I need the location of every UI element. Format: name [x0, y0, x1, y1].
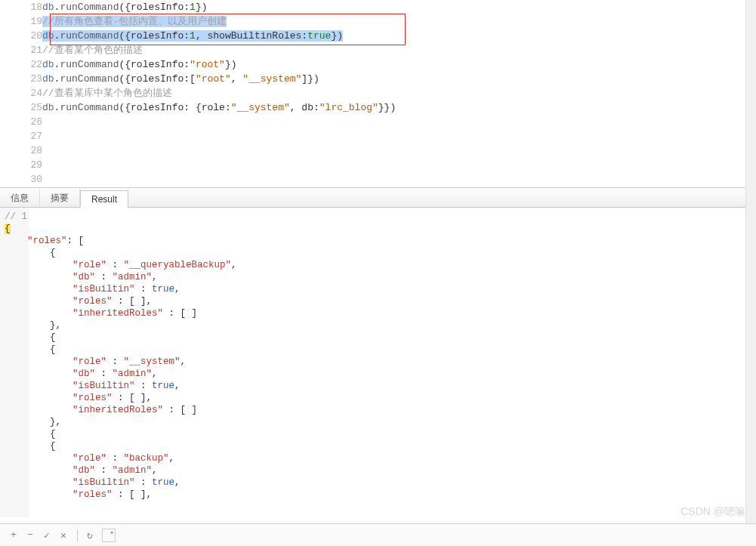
- code-line[interactable]: [42, 115, 756, 129]
- line-number: 28: [0, 143, 42, 158]
- minus-icon[interactable]: −: [23, 528, 38, 543]
- scrollbar-vertical[interactable]: [745, 0, 756, 523]
- watermark: CSDN @嗯嘛: [680, 505, 745, 519]
- line-number: 20: [0, 29, 42, 43]
- check-icon[interactable]: ✓: [39, 528, 54, 543]
- status-bar: + − ✓ ✕ ↻: [0, 523, 756, 546]
- code-line[interactable]: [42, 129, 756, 143]
- line-number: 22: [0, 57, 42, 72]
- result-pane[interactable]: // 1 { "roles": [ { "role" : "__queryabl…: [0, 208, 756, 517]
- plus-icon[interactable]: +: [6, 528, 21, 543]
- code-line[interactable]: [42, 158, 756, 172]
- line-number: 19: [0, 14, 42, 29]
- code-line[interactable]: db.runCommand({rolesInfo:1, showBuiltinR…: [42, 29, 756, 43]
- close-icon[interactable]: ✕: [56, 528, 71, 543]
- code-line[interactable]: //查看某库中某个角色的描述: [42, 86, 756, 100]
- line-number: 24: [0, 86, 42, 100]
- code-line[interactable]: [42, 172, 756, 187]
- separator: [77, 529, 78, 541]
- code-line[interactable]: db.runCommand({rolesInfo:"root"}): [42, 57, 756, 72]
- dropdown-toggle[interactable]: [102, 529, 116, 542]
- line-number: 25: [0, 100, 42, 115]
- code-editor-pane[interactable]: 18db.runCommand({rolesInfo:1})19//所有角色查看…: [0, 0, 756, 188]
- result-content: // 1 { "roles": [ { "role" : "__queryabl…: [5, 211, 756, 501]
- line-number: 23: [0, 72, 42, 86]
- refresh-icon[interactable]: ↻: [82, 528, 97, 543]
- result-tabs-bar: 信息摘要Result: [0, 188, 756, 208]
- tab-摘要[interactable]: 摘要: [40, 189, 80, 207]
- code-line[interactable]: db.runCommand({rolesInfo:1}): [42, 0, 756, 14]
- tab-信息[interactable]: 信息: [0, 189, 40, 207]
- line-number: 26: [0, 115, 42, 129]
- tab-result[interactable]: Result: [80, 190, 128, 208]
- line-number: 18: [0, 0, 42, 14]
- line-number: 21: [0, 43, 42, 57]
- line-number: 27: [0, 129, 42, 143]
- line-number: 30: [0, 172, 42, 187]
- line-number: 29: [0, 158, 42, 172]
- code-line[interactable]: [42, 143, 756, 158]
- code-line[interactable]: db.runCommand({rolesInfo: {role:"__syste…: [42, 100, 756, 115]
- code-line[interactable]: //查看某个角色的描述: [42, 43, 756, 57]
- code-line[interactable]: //所有角色查看-包括内置、以及用户创建: [42, 14, 756, 29]
- code-line[interactable]: db.runCommand({rolesInfo:["root", "__sys…: [42, 72, 756, 86]
